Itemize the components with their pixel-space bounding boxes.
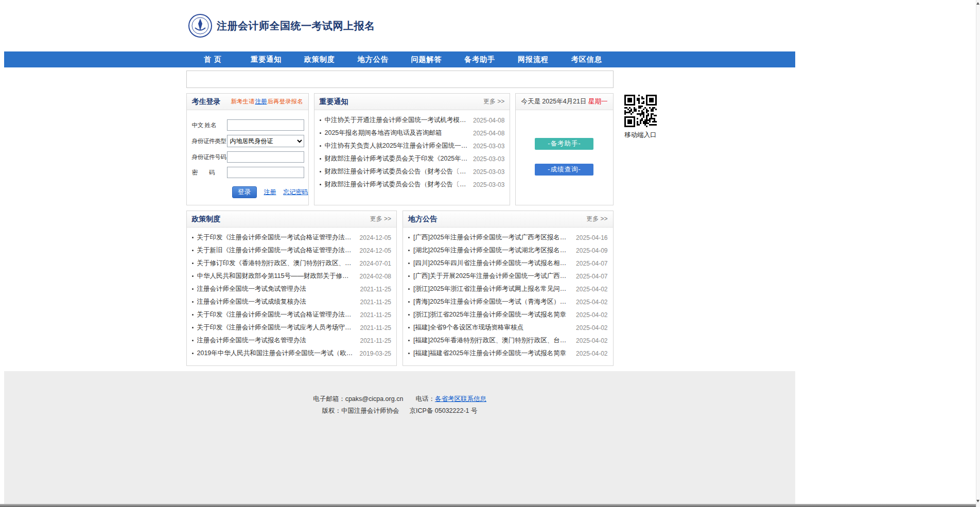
notice-date: 2025-03-03: [473, 155, 504, 163]
policy-item: 2019年中华人民共和国注册会计师全国统一考试（欧洲考区... 2019-03-…: [192, 347, 392, 360]
policy-link[interactable]: 注册会计师全国统一考试报名管理办法: [197, 336, 355, 345]
nav-item[interactable]: 重要通知: [239, 51, 293, 67]
name-input[interactable]: [227, 119, 304, 131]
today-panel: 今天是 2025年4月21日 星期一 -备考助手- -成绩查询-: [515, 93, 613, 205]
local-more-link[interactable]: 更多 >>: [586, 215, 607, 223]
forgot-password-link[interactable]: 忘记密码: [284, 188, 308, 197]
policy-link[interactable]: 关于新旧《注册会计师全国统一考试合格证管理办法》有关衔接...: [197, 246, 355, 255]
policy-date: 2024-12-05: [360, 247, 391, 254]
local-date: 2025-04-09: [576, 247, 607, 254]
scroll-up-arrow-icon[interactable]: [976, 2, 979, 5]
policies-header: 政策制度 更多 >>: [187, 211, 397, 228]
policies-list: 关于印发《注册会计师全国统一考试合格证管理办法》的通知 2024-12-05 关…: [187, 231, 397, 360]
qr-code-image: [624, 94, 657, 128]
notice-link[interactable]: 中注协关于开通注册会计师全国统一考试机考模拟练习网站的公...: [325, 116, 468, 125]
brand: 注册会计师全国统一考试网上报名: [188, 13, 375, 38]
policy-item: 关于印发《注册会计师全国统一考试合格证管理办法》的通知 2024-12-05: [192, 231, 392, 244]
notice-link[interactable]: 中注协有关负责人就2025年注册会计师全国统一考试报名相...: [325, 142, 468, 150]
policy-link[interactable]: 关于印发《注册会计师全国统一考试合格证管理办法》的通知: [197, 233, 355, 242]
policy-link[interactable]: 2019年中华人民共和国注册会计师全国统一考试（欧洲考区...: [197, 349, 355, 358]
nav-item[interactable]: 首 页: [186, 51, 240, 67]
policy-item: 关于印发《注册会计师全国统一考试应考人员考场守则》的通知 2021-11-25: [192, 321, 392, 334]
nav-item[interactable]: 备考助手: [453, 51, 506, 67]
notice-link[interactable]: 财政部注册会计师考试委员会公告（财考公告〔2025〕2号...: [325, 180, 468, 189]
province-contact-link[interactable]: 各省考区联系信息: [435, 395, 486, 403]
nav-item[interactable]: 地方公告: [346, 51, 400, 67]
bullet-icon: [408, 288, 410, 290]
policy-date: 2024-07-01: [360, 260, 391, 267]
password-input[interactable]: [227, 167, 304, 178]
login-actions: 登录 注册 忘记密码: [232, 186, 308, 198]
bullet-icon: [192, 250, 194, 251]
id-type-select[interactable]: 内地居民身份证: [227, 135, 304, 147]
new-candidate-note: 新考生请注册后再登录报名: [231, 98, 303, 106]
login-button[interactable]: 登录: [232, 186, 257, 198]
local-date: 2025-04-02: [576, 299, 607, 306]
qr-label: 移动端入口: [623, 131, 659, 139]
today-weekday: 星期一: [588, 98, 608, 105]
nav-item[interactable]: 网报流程: [506, 51, 560, 67]
scroll-down-arrow-icon[interactable]: [976, 500, 979, 502]
score-query-button[interactable]: -成绩查询-: [535, 164, 593, 176]
policy-item: 注册会计师全国统一考试成绩复核办法 2021-11-25: [192, 295, 392, 308]
notices-more-link[interactable]: 更多 >>: [483, 97, 504, 106]
local-link[interactable]: [广西]关于开展2025年注册会计师全国统一考试广西考区...: [413, 272, 571, 281]
notice-date: 2025-03-03: [473, 168, 504, 176]
bullet-icon: [408, 275, 410, 277]
policy-link[interactable]: 注册会计师全国统一考试免试管理办法: [197, 285, 355, 293]
vertical-scrollbar[interactable]: [976, 0, 980, 506]
site-title: 注册会计师全国统一考试网上报名: [217, 19, 375, 33]
nav-item[interactable]: 政策制度: [293, 51, 346, 67]
nav-item[interactable]: 问题解答: [400, 51, 453, 67]
site-header: 注册会计师全国统一考试网上报名: [4, 0, 795, 51]
policy-link[interactable]: 关于修订印发《香港特别行政区、澳门特别行政区、台湾地区居...: [197, 259, 355, 268]
local-item: [福建]福建省2025年注册会计师全国统一考试报名简章 2025-04-02: [408, 347, 608, 360]
footer-contact-line: 电子邮箱：cpaks@cicpa.org.cn电话：各省考区联系信息: [4, 395, 795, 404]
footer-copyright-line: 版权：中国注册会计师协会京ICP备 05032222-1 号: [4, 407, 795, 415]
id-number-input[interactable]: [227, 151, 304, 163]
local-link[interactable]: [广西]2025年注册会计师全国统一考试广西考区报名答疑: [413, 233, 571, 242]
notice-link[interactable]: 财政部注册会计师考试委员会公告（财考公告〔2025〕1号...: [325, 167, 468, 176]
bullet-icon: [320, 184, 321, 185]
notice-link[interactable]: 2025年报名期间各地咨询电话及咨询邮箱: [325, 129, 468, 137]
policies-more-link[interactable]: 更多 >>: [370, 215, 391, 223]
bullet-icon: [408, 314, 410, 316]
local-announcements-panel: 地方公告 更多 >> [广西]2025年注册会计师全国统一考试广西考区报名答疑 …: [402, 211, 614, 366]
policy-item: 中华人民共和国财政部令第115号——财政部关于修改《... 2024-02-08: [192, 270, 392, 283]
policy-item: 关于新旧《注册会计师全国统一考试合格证管理办法》有关衔接... 2024-12-…: [192, 244, 392, 257]
policy-link[interactable]: 关于印发《注册会计师全国统一考试合格证管理办法》的通知: [197, 310, 355, 319]
bullet-icon: [192, 340, 194, 341]
nav-item[interactable]: 考区信息: [560, 51, 614, 67]
notice-link[interactable]: 财政部注册会计师考试委员会关于印发《2025年注册会计师...: [325, 154, 468, 163]
policy-link[interactable]: 注册会计师全国统一考试成绩复核办法: [197, 298, 355, 306]
bullet-icon: [192, 263, 194, 264]
local-date: 2025-04-16: [576, 234, 607, 241]
register-link[interactable]: 注册: [264, 188, 276, 197]
local-link[interactable]: [湖北]2025年注册会计师全国统一考试湖北考区报名答疑: [413, 246, 571, 255]
bullet-icon: [320, 145, 321, 147]
today-header: 今天是 2025年4月21日 星期一: [516, 94, 612, 110]
phone-label: 电话：: [415, 395, 435, 403]
local-link[interactable]: [青海]2025年注册会计师全国统一考试（青海考区）报名...: [413, 298, 571, 306]
register-inline-link[interactable]: 注册: [255, 98, 267, 104]
email-label: 电子邮箱：: [313, 395, 345, 403]
notice-item: 中注协关于开通注册会计师全国统一考试机考模拟练习网站的公... 2025-04-…: [320, 114, 505, 127]
local-link[interactable]: [福建]2025年香港特别行政区、澳门特别行政区、台湾地...: [413, 336, 571, 345]
copyright-text: 版权：中国注册会计师协会: [322, 407, 399, 414]
exam-helper-button[interactable]: -备考助手-: [535, 138, 593, 150]
policy-date: 2021-11-25: [360, 311, 392, 319]
local-link[interactable]: [浙江]浙江省2025年注册会计师全国统一考试报名简章: [413, 310, 571, 319]
policy-link[interactable]: 关于印发《注册会计师全国统一考试应考人员考场守则》的通知: [197, 323, 355, 332]
password-row: 密 码: [192, 167, 308, 178]
bullet-icon: [192, 327, 194, 328]
local-link[interactable]: [福建]全省9个各设区市现场资格审核点: [413, 323, 571, 332]
site-footer: 电子邮箱：cpaks@cicpa.org.cn电话：各省考区联系信息 版权：中国…: [4, 371, 795, 506]
cicpa-logo-icon: [188, 13, 213, 38]
password-label: 密 码: [192, 169, 227, 177]
local-date: 2025-04-02: [576, 311, 607, 319]
local-link[interactable]: [浙江]2025年浙江省注册会计师考试网上报名常见问题解答...: [413, 285, 571, 293]
policy-link[interactable]: 中华人民共和国财政部令第115号——财政部关于修改《...: [197, 272, 355, 281]
local-link[interactable]: [福建]福建省2025年注册会计师全国统一考试报名简章: [413, 349, 571, 358]
policy-date: 2019-03-25: [360, 350, 391, 357]
local-link[interactable]: [四川]2025年四川省注册会计师全国统一考试报名相关问...: [413, 259, 571, 268]
